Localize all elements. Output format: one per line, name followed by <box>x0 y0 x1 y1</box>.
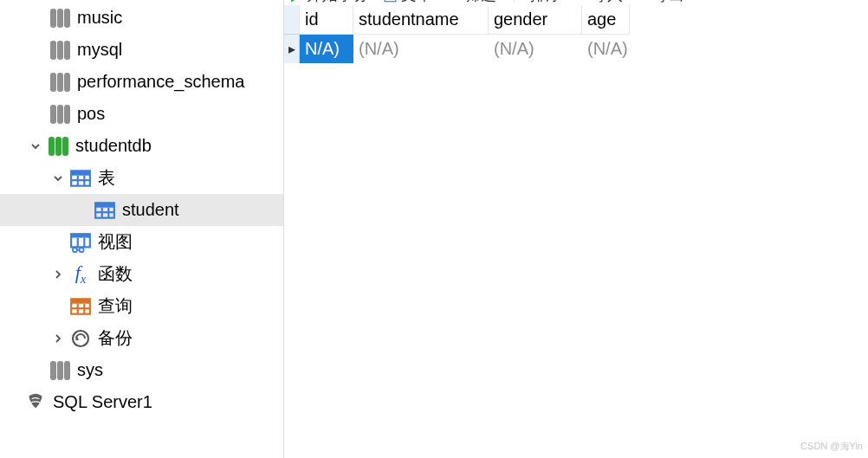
tree-label: 函数 <box>94 262 133 286</box>
query-icon <box>68 295 94 318</box>
table-folder-icon <box>68 167 94 190</box>
column-header-age[interactable]: age <box>582 5 630 35</box>
connection-node-sqlserver1[interactable]: SQL Server1 <box>0 386 283 418</box>
tree-label: studentdb <box>72 136 152 156</box>
column-header-id[interactable]: id <box>300 5 353 35</box>
chevron-right-icon[interactable] <box>49 333 68 344</box>
grid-cell-age[interactable]: (N/A) <box>582 35 630 63</box>
tree-label: SQL Server1 <box>49 392 152 412</box>
db-node-pos[interactable]: pos <box>0 98 283 130</box>
db-node-music[interactable]: music <box>0 2 283 34</box>
table-node-student[interactable]: student <box>0 194 283 226</box>
tree-node-queries[interactable]: 查询 <box>0 290 283 322</box>
chevron-right-icon[interactable] <box>49 269 68 280</box>
document-icon: ▤ <box>383 0 398 4</box>
svg-point-22 <box>73 331 88 346</box>
tree-label: student <box>119 200 179 220</box>
db-node-sys[interactable]: sys <box>0 354 283 386</box>
grid-cell-studentname[interactable]: (N/A) <box>353 35 489 63</box>
svg-rect-18 <box>71 299 90 303</box>
column-header-gender[interactable]: gender <box>489 5 582 35</box>
play-icon: ▶ <box>291 0 303 4</box>
view-icon <box>68 231 94 254</box>
tree-node-views[interactable]: 视图 <box>0 226 283 258</box>
sqlserver-icon <box>23 391 49 414</box>
sort-icon: ↓≡ <box>510 0 528 4</box>
tree-label: performance_schema <box>74 72 244 92</box>
database-tree-sidebar: music mysql performance_schema pos stude… <box>0 0 283 458</box>
tree-label: 视图 <box>94 230 133 254</box>
tree-label: 查询 <box>94 294 133 318</box>
chevron-down-icon[interactable] <box>26 141 45 152</box>
svg-point-14 <box>73 248 77 252</box>
tree-label: 备份 <box>94 326 133 350</box>
database-icon <box>47 359 73 382</box>
grid-cell-id[interactable]: N/A) <box>300 35 353 63</box>
db-node-mysql[interactable]: mysql <box>0 34 283 66</box>
column-header-studentname[interactable]: studentname <box>353 5 489 35</box>
table-icon <box>92 199 118 222</box>
database-icon <box>47 7 73 29</box>
grid-cell-gender[interactable]: (N/A) <box>489 35 582 63</box>
tree-label: music <box>74 8 122 28</box>
filter-icon: ▼ <box>446 0 462 4</box>
svg-point-15 <box>80 248 84 252</box>
tree-label: mysql <box>74 40 122 60</box>
import-icon: ⇥ <box>575 0 588 4</box>
svg-rect-1 <box>71 171 90 175</box>
db-node-studentdb[interactable]: studentdb <box>0 130 283 162</box>
database-icon <box>47 103 73 126</box>
export-button[interactable]: ⇤ 导出 <box>637 0 684 5</box>
database-icon <box>47 39 73 61</box>
data-grid: id studentname gender age ▸ N/A) (N/A) (… <box>284 5 868 63</box>
tree-label: pos <box>74 104 105 124</box>
tree-node-backups[interactable]: 备份 <box>0 322 283 354</box>
tree-node-tables[interactable]: 表 <box>0 162 283 194</box>
grid-corner[interactable] <box>284 5 300 35</box>
backup-icon <box>68 327 94 350</box>
db-node-performance-schema[interactable]: performance_schema <box>0 66 283 98</box>
row-selector[interactable]: ▸ <box>284 35 300 63</box>
watermark: CSDN @海Yin <box>800 440 863 453</box>
main-panel: ▶ 开始事务 ▤ 文本 ▼ 筛选 ↓≡ 排序 ⇥ 导入 ⇤ 导出 id stud… <box>283 0 868 458</box>
database-active-icon <box>45 135 71 158</box>
tree-label: 表 <box>94 166 115 190</box>
svg-rect-6 <box>95 203 114 207</box>
svg-rect-11 <box>71 234 90 237</box>
toolbar-label: 导出 <box>653 0 684 5</box>
export-icon: ⇤ <box>637 0 650 4</box>
chevron-down-icon[interactable] <box>49 173 68 184</box>
function-icon: fx <box>68 263 94 286</box>
database-icon <box>47 71 73 94</box>
tree-label: sys <box>74 360 103 380</box>
tree-node-functions[interactable]: fx 函数 <box>0 258 283 290</box>
